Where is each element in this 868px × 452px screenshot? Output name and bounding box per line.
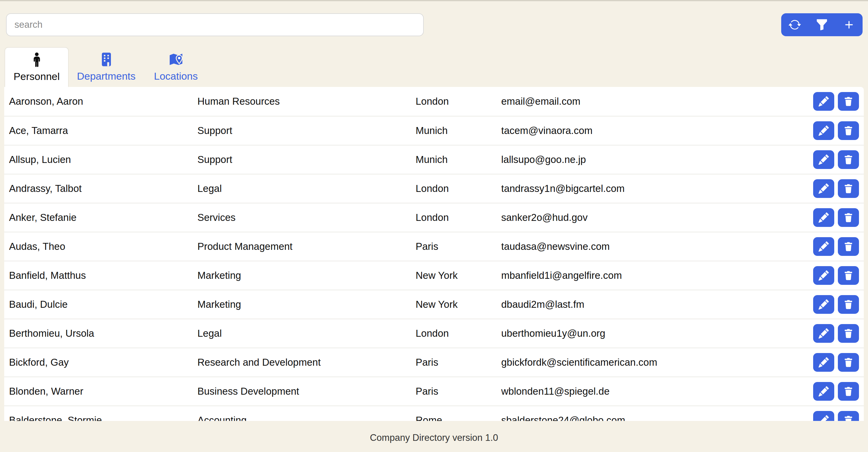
table-row: Andrassy, Talbot Legal London tandrassy1… bbox=[4, 174, 864, 203]
table-row: Berthomieu, Ursola Legal London uberthom… bbox=[4, 319, 864, 347]
cell-name: Bickford, Gay bbox=[9, 357, 197, 368]
pencil-icon bbox=[818, 96, 829, 107]
add-button[interactable] bbox=[835, 13, 863, 36]
cell-location: Paris bbox=[415, 357, 501, 368]
edit-button[interactable] bbox=[813, 179, 834, 198]
filter-button[interactable] bbox=[808, 13, 835, 36]
cell-location: London bbox=[415, 328, 501, 339]
trash-icon bbox=[843, 213, 854, 223]
cell-department: Legal bbox=[197, 183, 415, 194]
edit-button[interactable] bbox=[813, 382, 834, 401]
trash-icon bbox=[843, 386, 854, 396]
row-actions bbox=[813, 295, 859, 314]
delete-button[interactable] bbox=[838, 179, 859, 198]
cell-name: Balderstone, Stormie bbox=[9, 415, 197, 421]
cell-name: Aaronson, Aaron bbox=[9, 96, 197, 107]
cell-department: Marketing bbox=[197, 270, 415, 281]
delete-button[interactable] bbox=[838, 382, 859, 401]
row-actions bbox=[813, 382, 859, 401]
map-pin-icon bbox=[169, 52, 183, 67]
delete-button[interactable] bbox=[838, 411, 859, 421]
cell-department: Accounting bbox=[197, 415, 415, 421]
edit-button[interactable] bbox=[813, 411, 834, 421]
tab-locations[interactable]: Locations bbox=[144, 47, 208, 87]
tab-bar: Personnel Departments bbox=[0, 47, 868, 87]
cell-location: London bbox=[415, 212, 501, 223]
plus-icon bbox=[843, 19, 855, 31]
table-row: Anker, Stefanie Services London sanker2o… bbox=[4, 203, 864, 232]
delete-button[interactable] bbox=[838, 295, 859, 314]
cell-department: Services bbox=[197, 212, 415, 223]
cell-department: Support bbox=[197, 154, 415, 165]
tab-departments[interactable]: Departments bbox=[74, 47, 138, 87]
edit-button[interactable] bbox=[813, 353, 834, 372]
cell-email: tacem@vinaora.com bbox=[501, 125, 813, 136]
cell-location: London bbox=[415, 96, 501, 107]
refresh-button[interactable] bbox=[781, 13, 808, 36]
cell-location: Munich bbox=[415, 154, 501, 165]
cell-email: tandrassy1n@bigcartel.com bbox=[501, 183, 813, 194]
row-actions bbox=[813, 266, 859, 285]
pencil-icon bbox=[818, 386, 829, 396]
cell-location: Rome bbox=[415, 415, 501, 421]
cell-email: mbanfield1i@angelfire.com bbox=[501, 270, 813, 281]
edit-button[interactable] bbox=[813, 324, 834, 343]
cell-email: lallsupo@goo.ne.jp bbox=[501, 154, 813, 165]
table-row: Ace, Tamarra Support Munich tacem@vinaor… bbox=[4, 116, 864, 145]
table-row: Balderstone, Stormie Accounting Rome sba… bbox=[4, 405, 864, 421]
delete-button[interactable] bbox=[838, 92, 859, 111]
toolbar-button-group bbox=[781, 13, 863, 36]
pencil-icon bbox=[818, 183, 829, 194]
delete-button[interactable] bbox=[838, 121, 859, 140]
delete-button[interactable] bbox=[838, 237, 859, 256]
pencil-icon bbox=[818, 415, 829, 421]
cell-email: uberthomieu1y@un.org bbox=[501, 328, 813, 339]
row-actions bbox=[813, 179, 859, 198]
trash-icon bbox=[843, 415, 854, 421]
row-actions bbox=[813, 353, 859, 372]
pencil-icon bbox=[818, 299, 829, 310]
cell-name: Andrassy, Talbot bbox=[9, 183, 197, 194]
edit-button[interactable] bbox=[813, 150, 834, 169]
delete-button[interactable] bbox=[838, 150, 859, 169]
cell-department: Support bbox=[197, 125, 415, 136]
edit-button[interactable] bbox=[813, 237, 834, 256]
cell-department: Research and Development bbox=[197, 357, 415, 368]
trash-icon bbox=[843, 125, 854, 136]
trash-icon bbox=[843, 270, 854, 281]
table-row: Baudi, Dulcie Marketing New York dbaudi2… bbox=[4, 290, 864, 319]
table-row: Audas, Theo Product Management Paris tau… bbox=[4, 232, 864, 261]
personnel-table[interactable]: Aaronson, Aaron Human Resources London e… bbox=[4, 87, 864, 421]
cell-name: Anker, Stefanie bbox=[9, 212, 197, 223]
delete-button[interactable] bbox=[838, 353, 859, 372]
table-row: Allsup, Lucien Support Munich lallsupo@g… bbox=[4, 145, 864, 174]
delete-button[interactable] bbox=[838, 208, 859, 227]
cell-name: Banfield, Matthus bbox=[9, 270, 197, 281]
edit-button[interactable] bbox=[813, 266, 834, 285]
tab-label: Locations bbox=[154, 70, 198, 82]
filter-icon bbox=[815, 19, 828, 31]
edit-button[interactable] bbox=[813, 92, 834, 111]
cell-name: Blonden, Warner bbox=[9, 386, 197, 397]
row-actions bbox=[813, 324, 859, 343]
pencil-icon bbox=[818, 357, 829, 368]
trash-icon bbox=[843, 242, 854, 252]
cell-name: Allsup, Lucien bbox=[9, 154, 197, 165]
table-row: Bickford, Gay Research and Development P… bbox=[4, 347, 864, 376]
cell-department: Legal bbox=[197, 328, 415, 339]
cell-location: New York bbox=[415, 270, 501, 281]
cell-email: gbickfordk@scientificamerican.com bbox=[501, 357, 813, 368]
cell-department: Marketing bbox=[197, 299, 415, 310]
delete-button[interactable] bbox=[838, 324, 859, 343]
search-input[interactable] bbox=[6, 13, 424, 36]
edit-button[interactable] bbox=[813, 121, 834, 140]
trash-icon bbox=[843, 183, 854, 194]
table-row: Blonden, Warner Business Development Par… bbox=[4, 376, 864, 405]
edit-button[interactable] bbox=[813, 295, 834, 314]
row-actions bbox=[813, 121, 859, 140]
tab-personnel[interactable]: Personnel bbox=[4, 47, 69, 87]
delete-button[interactable] bbox=[838, 266, 859, 285]
cell-location: London bbox=[415, 183, 501, 194]
cell-email: wblonden11@spiegel.de bbox=[501, 386, 813, 397]
edit-button[interactable] bbox=[813, 208, 834, 227]
